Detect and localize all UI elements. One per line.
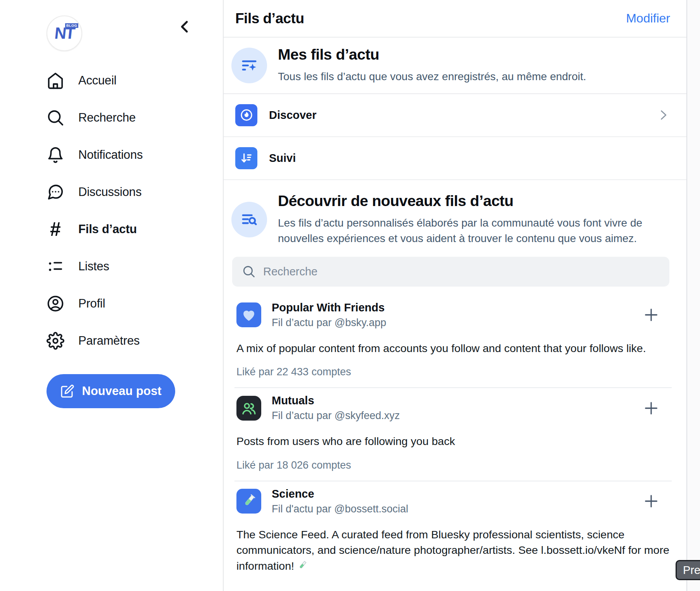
chevron-right-icon [656,108,670,122]
app-window: NT BLOG Accueil Recherche [0,0,700,591]
feed-sparkle-icon [239,55,259,76]
feed-search-box [232,257,669,287]
cut-off-button[interactable]: Pre [676,560,700,580]
feed-byline: Fil d’actu par @skyfeed.xyz [272,410,400,422]
sidebar-item-label: Recherche [78,111,136,125]
test-tube-icon [240,493,257,510]
sidebar-item-parametres[interactable]: Paramètres [47,322,223,359]
people-avatar [236,396,261,421]
avatar[interactable]: NT BLOG [47,15,82,51]
feed-search-wrap [232,257,669,287]
sidebar-item-label: Notifications [78,148,143,162]
sidebar-item-profil[interactable]: Profil [47,285,223,322]
sidebar-item-label: Fils d’actu [78,222,137,236]
feed-card-mutuals[interactable]: Mutuals Fil d’actu par @skyfeed.xyz Post… [234,388,672,481]
search-input[interactable] [262,265,659,278]
heart-avatar [236,302,261,327]
feed-card-popular-with-friends[interactable]: Popular With Friends Fil d’actu par @bsk… [234,295,672,388]
pinned-feed-label: Suivi [269,152,296,165]
sidebar-item-listes[interactable]: Listes [47,248,223,285]
discover-new-title: Découvrir de nouveaux fils d’actu [278,192,669,210]
plus-icon [642,492,660,510]
pinned-feed-suivi[interactable]: Suivi [224,137,686,180]
people-icon [240,400,257,417]
home-icon [47,72,64,89]
plus-icon [642,399,660,417]
sidebar-item-fils-dactu[interactable]: # Fils d’actu [47,211,223,248]
user-icon [47,295,64,313]
feed-byline: Fil d’actu par @bsky.app [272,317,386,329]
discover-new-subtitle: Les fils d’actu personnalisés élaborés p… [278,215,669,247]
list-icon [47,258,64,275]
feed-title: Popular With Friends [272,301,386,314]
my-feeds-icon [231,48,267,83]
cut-off-button-label: Pre [683,564,700,577]
collapse-sidebar-button[interactable] [175,17,195,36]
sidebar-nav: Accueil Recherche Notifications Discussi… [47,62,223,359]
bell-icon [47,146,64,164]
feed-card-science[interactable]: Science Fil d'actu par @bossett.social T… [234,481,672,583]
pinned-feed-discover[interactable]: Discover [224,94,686,137]
feed-like-count: Liké par 18 026 comptes [236,459,671,471]
scroll-gutter[interactable] [686,0,700,591]
heart-icon [240,306,257,323]
page-title: Fils d’actu [235,10,304,27]
feed-description: Posts from users who are following you b… [236,433,671,449]
sidebar-item-label: Listes [78,259,109,273]
sidebar-item-notifications[interactable]: Notifications [47,136,223,174]
sidebar-item-label: Accueil [78,74,117,88]
my-feeds-title: Mes fils d’actu [278,46,586,63]
search-icon [47,109,64,127]
sidebar-item-recherche[interactable]: Recherche [47,99,223,136]
compose-icon [60,384,74,398]
new-post-label: Nouveau post [82,384,162,398]
sidebar-item-label: Paramètres [78,334,140,348]
sidebar-item-accueil[interactable]: Accueil [47,62,223,99]
my-feeds-section: Mes fils d’actu Tous les fils d’actu que… [224,38,686,94]
sidebar-item-label: Profil [78,297,105,311]
add-feed-button[interactable] [642,306,660,324]
chat-bubble-icon [47,183,64,201]
feed-description: A mix of popular content from accounts y… [236,340,671,356]
pinned-feed-label: Discover [269,109,317,122]
my-feeds-subtitle: Tous les fils d’actu que vous avez enreg… [278,69,586,85]
sorted-list-icon [235,147,257,169]
search-icon [242,265,255,278]
add-feed-button[interactable] [642,399,660,417]
flame-icon [235,104,257,126]
test-tube-emoji [297,560,308,571]
hash-icon: # [47,220,64,238]
feed-description: The Science Feed. A curated feed from Bl… [236,527,671,574]
gear-icon [47,332,64,350]
feed-search-icon [239,210,259,230]
add-feed-button[interactable] [642,492,660,510]
modifier-link[interactable]: Modifier [626,11,670,26]
sidebar: NT BLOG Accueil Recherche [0,0,224,591]
plus-icon [642,306,660,324]
chevron-left-icon [177,19,193,34]
new-post-button[interactable]: Nouveau post [47,374,175,408]
feed-like-count: Liké par 22 433 comptes [236,366,671,378]
logo-badge: BLOG [65,23,78,28]
feed-title: Mutuals [272,394,400,407]
sidebar-item-discussions[interactable]: Discussions [47,174,223,211]
main-content: Fils d’actu Modifier Mes fils d’actu Tou… [224,0,686,591]
page-header: Fils d’actu Modifier [224,0,686,38]
feed-byline: Fil d'actu par @bossett.social [272,503,408,515]
discover-new-icon [231,202,267,237]
test-tube-avatar [236,489,261,514]
feed-title: Science [272,488,408,500]
discover-new-section: Découvrir de nouveaux fils d’actu Les fi… [224,180,686,250]
sidebar-item-label: Discussions [78,185,141,199]
